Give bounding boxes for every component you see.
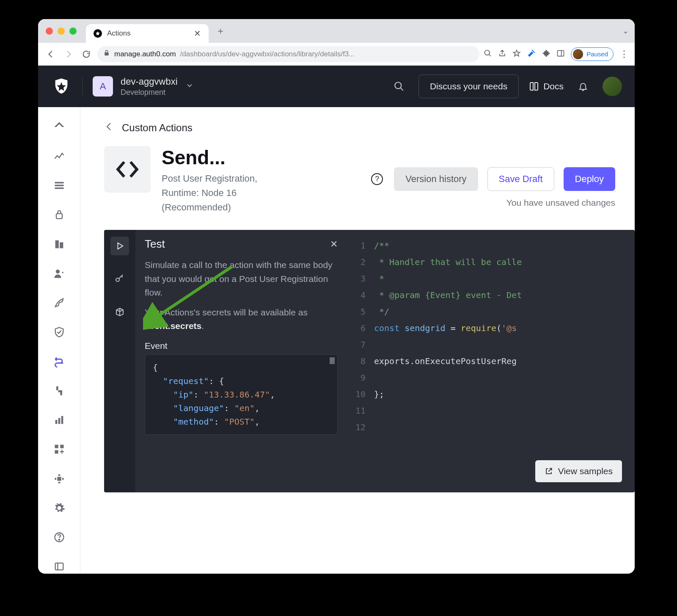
- tenant-name: dev-aggvwbxi: [121, 76, 178, 87]
- event-label: Event: [135, 333, 347, 354]
- svg-rect-17: [58, 474, 60, 476]
- divider: [82, 78, 83, 95]
- line-gutter: 123456789101112: [347, 230, 371, 492]
- sidebar-authentication[interactable]: [52, 208, 66, 222]
- view-samples-button[interactable]: View samples: [535, 460, 622, 482]
- svg-point-2: [395, 82, 401, 88]
- nav-forward-button[interactable]: [62, 47, 75, 61]
- svg-rect-8: [55, 420, 57, 424]
- version-history-button[interactable]: Version history: [394, 167, 478, 191]
- action-title: Send...: [162, 146, 272, 169]
- code-source[interactable]: /** * Handler that will be calle * * @pa…: [371, 230, 522, 492]
- discuss-needs-button[interactable]: Discuss your needs: [418, 75, 519, 98]
- scrollbar-thumb[interactable]: [330, 357, 335, 364]
- nav-reload-button[interactable]: [80, 47, 93, 61]
- highlighter-icon[interactable]: [527, 49, 536, 60]
- sidebar-actions[interactable]: [52, 354, 66, 368]
- sidebar-pipes[interactable]: [52, 384, 66, 398]
- deploy-button[interactable]: Deploy: [564, 167, 615, 191]
- editor-rail: [104, 230, 135, 492]
- sidebar-branding[interactable]: [52, 296, 66, 310]
- svg-rect-12: [60, 445, 63, 448]
- event-json-editor[interactable]: { "request": { "ip": "13.33.86.47", "lan…: [145, 354, 338, 435]
- svg-point-20: [58, 539, 59, 540]
- save-draft-button[interactable]: Save Draft: [487, 167, 554, 191]
- test-panel: Test ✕ Simulate a call to the action wit…: [135, 230, 347, 492]
- sidebar-marketplace[interactable]: [52, 442, 66, 456]
- sidebar-applications[interactable]: [52, 179, 66, 193]
- sidebar-settings[interactable]: [52, 501, 66, 515]
- browser-tab[interactable]: Actions ✕: [86, 24, 209, 43]
- url-input[interactable]: manage.auth0.com/dashboard/us/dev-aggvwb…: [97, 46, 479, 62]
- sidebar-collapse[interactable]: [52, 560, 66, 574]
- user-avatar[interactable]: [603, 77, 622, 96]
- close-tab-icon[interactable]: ✕: [194, 28, 201, 39]
- sidebar-security[interactable]: [52, 325, 66, 339]
- sidepanel-icon[interactable]: [556, 49, 565, 59]
- test-panel-desc-2: Your Actions's secrets will be available…: [145, 306, 338, 333]
- editor: Test ✕ Simulate a call to the action wit…: [104, 230, 635, 492]
- action-subtitle: Post User Registration, Runtime: Node 16…: [162, 171, 272, 215]
- kebab-menu-icon[interactable]: ⋮: [619, 49, 629, 60]
- nav-back-button[interactable]: [44, 47, 58, 61]
- tenant-switcher[interactable]: A dev-aggvwbxi Development: [93, 76, 194, 97]
- svg-rect-16: [62, 478, 64, 480]
- code-editor[interactable]: 123456789101112 /** * Handler that will …: [347, 230, 635, 492]
- minimize-window-icon[interactable]: [58, 28, 65, 35]
- window-controls[interactable]: [46, 28, 77, 35]
- auth0-favicon: [94, 29, 102, 38]
- content-area: Custom Actions Send... Post User Registr…: [80, 107, 635, 574]
- maximize-window-icon[interactable]: [69, 28, 77, 35]
- tabs-overflow-icon[interactable]: ⌄: [622, 26, 629, 36]
- svg-rect-4: [55, 240, 58, 248]
- tenant-env: Development: [121, 88, 178, 97]
- tab-title: Actions: [107, 29, 131, 38]
- chrome-profile-button[interactable]: Paused: [571, 47, 614, 61]
- close-panel-icon[interactable]: ✕: [330, 239, 338, 250]
- sidebar-help[interactable]: [52, 530, 66, 544]
- extensions-icon[interactable]: [542, 49, 550, 59]
- test-panel-desc-1: Simulate a call to the action with the s…: [145, 258, 338, 300]
- zoom-icon[interactable]: [484, 49, 492, 59]
- svg-rect-10: [61, 416, 63, 424]
- avatar-icon: [573, 49, 583, 59]
- back-button[interactable]: [104, 122, 114, 134]
- search-button[interactable]: [390, 77, 408, 96]
- breadcrumb-label[interactable]: Custom Actions: [122, 122, 193, 134]
- svg-rect-15: [55, 478, 56, 480]
- secrets-tab-button[interactable]: [110, 270, 129, 288]
- help-icon[interactable]: ?: [371, 173, 383, 185]
- profile-state: Paused: [586, 50, 608, 58]
- sidebar-rail: [38, 107, 80, 574]
- share-icon[interactable]: [498, 49, 506, 59]
- app-header: A dev-aggvwbxi Development Discuss your …: [38, 66, 635, 107]
- svg-rect-21: [55, 563, 63, 570]
- address-bar: manage.auth0.com/dashboard/us/dev-aggvwb…: [38, 43, 635, 66]
- sidebar-activity[interactable]: [52, 149, 66, 163]
- svg-point-6: [55, 270, 59, 273]
- url-host: manage.auth0.com: [114, 50, 176, 58]
- browser-window: Actions ✕ ＋ ⌄ manage.auth0.com/dashboard…: [38, 19, 635, 574]
- close-window-icon[interactable]: [46, 28, 53, 35]
- bookmark-icon[interactable]: [512, 49, 521, 59]
- test-tab-button[interactable]: [110, 237, 129, 255]
- sidebar-monitoring[interactable]: [52, 413, 66, 427]
- lock-icon: [103, 50, 110, 58]
- new-tab-button[interactable]: ＋: [213, 23, 228, 39]
- sidebar-user-management[interactable]: [52, 266, 66, 280]
- tab-strip: Actions ✕ ＋ ⌄: [38, 19, 635, 43]
- sidebar-organizations[interactable]: [52, 237, 66, 251]
- docs-link[interactable]: Docs: [529, 81, 564, 91]
- modules-tab-button[interactable]: [110, 303, 129, 321]
- svg-point-7: [62, 272, 63, 273]
- sidebar-getting-started[interactable]: [52, 120, 66, 134]
- auth0-logo[interactable]: [51, 76, 72, 97]
- tenant-badge: A: [93, 76, 113, 97]
- action-icon: [104, 146, 151, 193]
- svg-point-0: [485, 50, 490, 55]
- sidebar-extensions[interactable]: [52, 472, 66, 486]
- svg-rect-5: [60, 242, 63, 248]
- external-link-icon: [545, 467, 553, 475]
- test-panel-title: Test: [145, 238, 165, 251]
- notifications-button[interactable]: [574, 77, 592, 96]
